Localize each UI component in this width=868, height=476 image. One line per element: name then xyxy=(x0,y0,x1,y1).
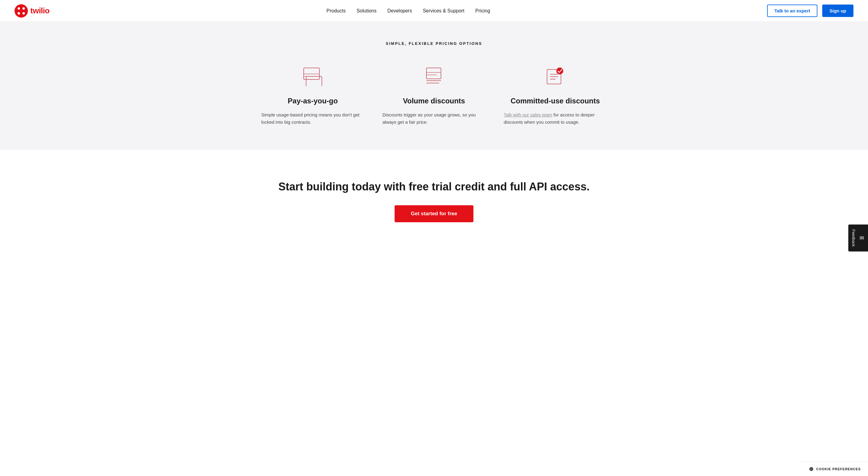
volume-title: Volume discounts xyxy=(382,97,486,105)
svg-point-18 xyxy=(556,68,563,74)
nav-actions: Talk to an expert Sign up xyxy=(767,4,854,17)
pricing-cards: Pay-as-you-go Simple usage-based pricing… xyxy=(252,64,616,126)
talk-to-expert-button[interactable]: Talk to an expert xyxy=(767,4,817,17)
navbar: twilio Products Solutions Developers Ser… xyxy=(0,0,868,22)
pricing-card-committed: Committed-use discounts Talk with our sa… xyxy=(504,64,607,126)
pricing-card-payg: Pay-as-you-go Simple usage-based pricing… xyxy=(261,64,364,126)
logo-text: twilio xyxy=(30,6,50,16)
svg-point-0 xyxy=(14,4,28,18)
feedback-label: Feedback xyxy=(851,229,856,246)
pricing-section-title: SIMPLE, FLEXIBLE PRICING OPTIONS xyxy=(14,41,854,46)
cta-title: Start building today with free trial cre… xyxy=(14,180,854,193)
logo-link[interactable]: twilio xyxy=(14,4,50,18)
pricing-card-volume: Volume discounts Discounts trigger as yo… xyxy=(382,64,486,126)
nav-item-pricing[interactable]: Pricing xyxy=(475,8,490,13)
feedback-icon: ✉ xyxy=(858,235,865,241)
committed-desc: Talk with our sales team for access to d… xyxy=(504,111,607,126)
payg-title: Pay-as-you-go xyxy=(261,97,364,105)
committed-title: Committed-use discounts xyxy=(504,97,607,105)
svg-point-3 xyxy=(18,12,20,14)
cta-section: Start building today with free trial cre… xyxy=(0,150,868,252)
svg-rect-9 xyxy=(427,68,441,79)
get-started-button[interactable]: Get started for free xyxy=(395,205,473,222)
svg-point-4 xyxy=(23,12,25,14)
talk-sales-team-link[interactable]: Talk with our sales team xyxy=(504,112,552,117)
nav-item-services-support[interactable]: Services & Support xyxy=(423,8,464,13)
payg-desc: Simple usage-based pricing means you don… xyxy=(261,111,364,126)
twilio-logo-icon xyxy=(14,4,28,18)
nav-item-developers[interactable]: Developers xyxy=(387,8,412,13)
pricing-section: SIMPLE, FLEXIBLE PRICING OPTIONS Pay-as-… xyxy=(0,22,868,150)
payg-icon xyxy=(301,64,325,88)
nav-item-products[interactable]: Products xyxy=(327,8,345,13)
volume-desc: Discounts trigger as your usage grows, s… xyxy=(382,111,486,126)
nav-links: Products Solutions Developers Services &… xyxy=(327,8,490,13)
nav-item-solutions[interactable]: Solutions xyxy=(356,8,376,13)
feedback-tab[interactable]: ✉ Feedback xyxy=(848,225,868,251)
svg-point-1 xyxy=(18,7,20,10)
svg-point-2 xyxy=(23,7,25,10)
sign-up-button[interactable]: Sign up xyxy=(822,4,854,17)
volume-icon xyxy=(422,64,446,88)
committed-icon xyxy=(543,64,567,88)
